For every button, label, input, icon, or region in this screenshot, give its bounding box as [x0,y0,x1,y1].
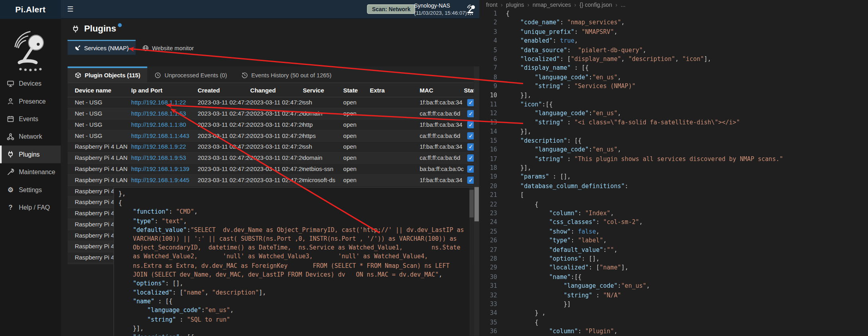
table-scrollbar-thumb[interactable] [474,187,479,221]
plugins-help-badge[interactable] [118,23,122,27]
cell-changed: 2023-03-11 02:47:20 [250,131,303,141]
row-checkbox[interactable]: ✓ [467,99,474,106]
code-text: "string" : "This plugin shows all servic… [506,155,783,164]
cell-service: ssh [303,97,343,108]
overlay-code-line: "string" : "SQL to run" [118,316,467,324]
line-number: 3 [479,28,497,37]
scan-device-icon [466,3,477,16]
row-checkbox[interactable]: ✓ [467,132,474,140]
app-brand[interactable]: Pi.Alert [0,0,61,19]
breadcrumb-item-[interactable]: ... [621,2,626,8]
row-checkbox[interactable]: ✓ [467,177,474,184]
canvas: Pi.Alert ☰ Scan: Network Synology-NAS (1… [0,0,868,336]
menu-toggle-icon[interactable]: ☰ [67,0,73,19]
editor-lines[interactable]: 1{2 "code_name": "nmap_services",3 "uniq… [479,10,868,336]
ip-port-link[interactable]: http://192.168.1.9:139 [131,164,198,174]
overlay-scrollbar[interactable] [469,188,474,336]
subtab-unprocessed-events-0[interactable]: Unprocessed Events (0) [148,67,234,83]
subtab-plugin-objects-115[interactable]: Plugin Objects (115) [67,67,147,83]
row-checkbox[interactable]: ✓ [467,143,474,151]
cell-status: ✓ [464,120,474,130]
objects-icon [75,72,81,79]
table-row[interactable]: Net - USGhttp://192.168.1.1:532023-03-11… [67,108,474,120]
tab-website-monitor[interactable]: Website monitor [135,40,200,55]
cell-mac: 1f:ba:ff:ca:ba:34 [419,120,464,130]
ip-port-link[interactable]: http://192.168.1.9:53 [131,153,198,163]
editor-line: 18 }], [479,164,868,173]
editor-line: 29 "localized": ["name"], [479,264,868,273]
table-row[interactable]: Raspberry Pi 4 LANhttp://192.168.1.9:532… [67,153,474,164]
ip-port-link[interactable]: http://192.168.1.1:53 [131,108,198,119]
ip-port-link[interactable]: http://192.168.1.1:443 [131,131,198,141]
sidebar-item-events[interactable]: Events [0,110,61,128]
code-text: "options": [], [118,280,183,287]
code-text: "database_column_definitions": [506,183,628,192]
cell-device: Raspberry Pi 4 LAN [67,164,131,174]
breadcrumb-item-plugins[interactable]: plugins [506,2,524,8]
sidebar-item-plugins[interactable]: Plugins [0,145,61,163]
sidebar-item-devices[interactable]: Devices [0,75,61,92]
sidebar-item-settings[interactable]: ⚙Settings [0,181,61,198]
page-head: Plugins [71,22,122,35]
table-row[interactable]: Net - USGhttp://192.168.1.1:222023-03-11… [67,97,474,108]
code-text: "language_code":"en_us", [506,282,650,291]
editor-line: 13 "string" : "<i class=\"fa-solid fa-sa… [479,119,868,128]
line-number: 23 [479,210,497,219]
cell-created: 2023-03-11 02:47:20 [198,97,250,108]
code-text: "show": false, [506,228,600,237]
code-text: "language_code":"en_us", [506,110,621,119]
row-checkbox[interactable]: ✓ [467,165,474,173]
breadcrumb-item-config-json[interactable]: {} config.json [579,2,612,8]
code-text: "enabled": true, [506,37,578,46]
table-row[interactable]: Net - USGhttp://192.168.1.1:4432023-03-1… [67,131,474,142]
line-number: 16 [479,146,497,155]
nas-hostname: Synology-NAS [414,2,467,10]
cell-device: Net - USG [67,131,131,141]
row-checkbox[interactable]: ✓ [467,154,474,161]
ip-port-link[interactable]: http://192.168.1.9:445 [131,175,198,185]
cell-state: open [343,175,370,185]
table-scrollbar[interactable] [474,67,479,336]
globe-icon [142,45,149,51]
code-text: "type": "text", [118,217,187,224]
scan-status-badge: Scan: Network [367,4,415,14]
editor-line: 12 "language_code":"en_us", [479,110,868,119]
cell-mac: 1f:ba:ff:ca:ba:34 [419,175,464,185]
line-number: 31 [479,282,497,291]
table-row[interactable]: Raspberry Pi 4 LANhttp://192.168.1.9:445… [67,175,474,186]
row-checkbox[interactable]: ✓ [467,121,474,128]
line-number: 9 [479,83,497,92]
subtab-events-history-50-out-of-1265[interactable]: Events History (50 out of 1265) [234,67,339,83]
sidebar-item-help-faq[interactable]: ?Help / FAQ [0,198,61,216]
ip-port-link[interactable]: http://192.168.1.1:80 [131,120,198,130]
overlay-code-line: { [118,199,467,208]
table-row[interactable]: Net - USGhttp://192.168.1.1:802023-03-11… [67,120,474,131]
sidebar-item-maintenance[interactable]: Maintenance [0,163,61,181]
sidebar-item-presence[interactable]: Presence [0,92,61,110]
row-checkbox[interactable]: ✓ [467,110,474,117]
editor-line: 35 { [479,318,868,328]
tab-services-nmap[interactable]: Services (NMAP) [67,40,135,55]
code-text: }], [506,92,531,101]
ip-port-link[interactable]: http://192.168.1.9:22 [131,141,198,152]
code-text: "css_classes": "col-sm-2", [506,219,643,228]
code-text: "type": "label", [506,237,607,246]
cell-device: Net - USG [67,120,131,130]
editor-line: 11 "icon":[{ [479,101,868,110]
breadcrumb-separator: › [616,2,618,8]
breadcrumb-item-nmap-services[interactable]: nmap_services [533,2,571,8]
editor-line: 34 } , [479,310,868,319]
breadcrumb-item-front[interactable]: front [486,2,498,8]
cell-state: open [343,97,370,108]
line-number: 27 [479,246,497,255]
table-row[interactable]: Raspberry Pi 4 LANhttp://192.168.1.9:139… [67,164,474,175]
code-text: "options": [], [506,255,600,264]
cell-state: open [343,164,370,174]
cell-state: open [343,141,370,152]
sidebar-item-network[interactable]: Network [0,128,61,145]
ip-port-link[interactable]: http://192.168.1.1:22 [131,97,198,108]
overlay-scrollbar-thumb[interactable] [469,190,474,217]
cell-created: 2023-03-11 02:47:20 [198,120,250,130]
table-row[interactable]: Raspberry Pi 4 LANhttp://192.168.1.9:222… [67,141,474,153]
cell-device: Net - USG [67,108,131,119]
